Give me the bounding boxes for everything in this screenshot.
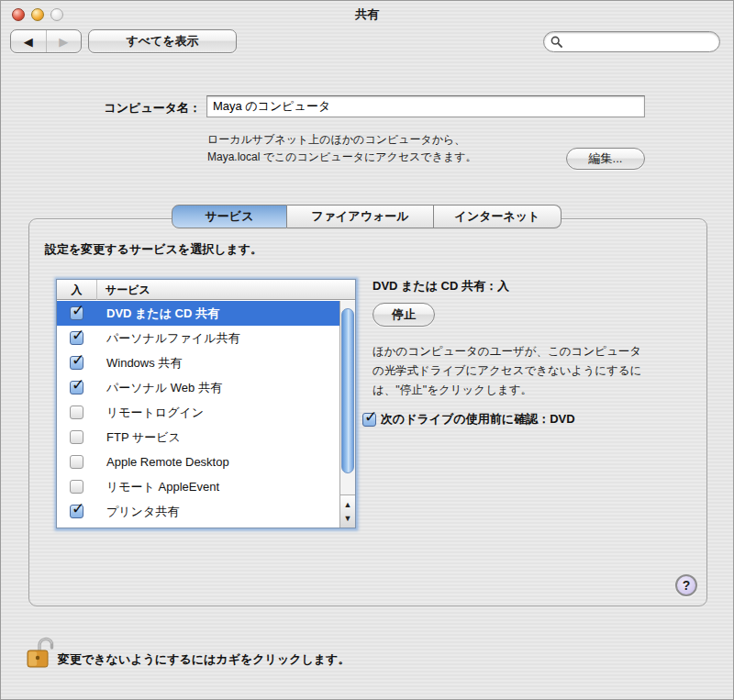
service-name-label: プリンタ共有 (106, 504, 179, 520)
service-row[interactable]: パーソナルファイル共有 (57, 326, 340, 350)
computer-name-description-line2: Maya.local でこのコンピュータにアクセスできます。 (207, 149, 476, 166)
service-name-label: FTP サービス (106, 429, 181, 446)
services-instruction: 設定を変更するサービスを選択します。 (45, 241, 262, 258)
service-row[interactable]: プリンタ共有 (57, 499, 340, 524)
service-row[interactable]: Apple Remote Desktop (57, 450, 340, 474)
service-row[interactable]: リモート AppleEvent (57, 474, 340, 499)
detail-description-line2: の光学式ドライブにアクセスできないようにするに (373, 361, 721, 381)
service-row[interactable]: FTP サービス (57, 425, 340, 450)
lock-instruction-text: 変更できないようにするにはカギをクリックします。 (58, 651, 350, 668)
service-checkbox[interactable] (70, 356, 83, 370)
detail-description: ほかのコンピュータのユーザが、このコンピュータ の光学式ドライブにアクセスできな… (373, 342, 721, 400)
confirm-checkbox-box[interactable] (362, 413, 376, 427)
service-name-label: DVD または CD 共有 (106, 306, 219, 322)
service-name-label: Apple Remote Desktop (106, 455, 229, 469)
service-checkbox[interactable] (70, 505, 83, 518)
service-row[interactable]: リモートログイン (57, 400, 340, 425)
scrollbar-arrows: ▲ ▼ (340, 494, 355, 528)
scrollbar[interactable]: ▲ ▼ (339, 301, 355, 528)
column-divider (96, 280, 97, 300)
service-row[interactable]: DVD または CD 共有 (57, 301, 340, 326)
scrollbar-thumb[interactable] (341, 308, 354, 473)
computer-name-description-line1: ローカルサブネット上のほかのコンピュータから、 (207, 131, 476, 149)
scroll-up-arrow-icon[interactable]: ▲ (340, 501, 355, 509)
search-icon (550, 36, 562, 48)
tab-internet[interactable]: インターネット (434, 205, 562, 228)
confirm-checkbox-label: 次のドライブの使用前に確認：DVD (381, 411, 575, 428)
service-row[interactable]: パーソナル Web 共有 (57, 375, 340, 400)
back-forward-control: ◀ ▶ (10, 29, 82, 53)
confirm-before-use-checkbox[interactable]: 次のドライブの使用前に確認：DVD (362, 411, 575, 428)
tab-services[interactable]: サービス (172, 205, 287, 228)
detail-description-line3: は、"停止"をクリックします。 (373, 381, 721, 400)
service-checkbox[interactable] (70, 331, 83, 345)
show-all-button[interactable]: すべてを表示 (88, 29, 237, 53)
unlocked-padlock-icon[interactable] (26, 636, 55, 671)
back-button[interactable]: ◀ (11, 30, 47, 52)
computer-name-input[interactable] (206, 95, 645, 117)
search-field[interactable] (543, 31, 720, 52)
scroll-down-arrow-icon[interactable]: ▼ (340, 515, 355, 523)
column-header-on: 入 (57, 283, 96, 298)
tab-firewall[interactable]: ファイアウォール (287, 205, 434, 228)
service-name-label: パーソナルファイル共有 (106, 330, 239, 347)
service-list: 入 サービス DVD または CD 共有 パーソナルファイル共有 Windows… (56, 279, 356, 528)
stop-button[interactable]: 停止 (373, 303, 435, 327)
computer-name-label: コンピュータ名： (38, 100, 201, 117)
service-name-label: Windows 共有 (106, 355, 182, 372)
search-input[interactable] (562, 32, 719, 51)
service-name-label: リモートログイン (106, 405, 204, 421)
service-name-label: パーソナル Web 共有 (106, 380, 222, 396)
service-checkbox[interactable] (70, 306, 83, 320)
service-checkbox[interactable] (70, 430, 83, 444)
service-checkbox[interactable] (70, 381, 83, 394)
column-header-service: サービス (106, 283, 150, 298)
help-button[interactable]: ? (675, 574, 697, 596)
window-title: 共有 (1, 6, 733, 23)
sharing-preferences-window: 共有 ◀ ▶ すべてを表示 コンピュータ名： ローカルサブネット上のほかのコンピ… (0, 0, 734, 700)
service-list-body: DVD または CD 共有 パーソナルファイル共有 Windows 共有 パーソ… (57, 301, 340, 524)
titlebar: 共有 (1, 1, 733, 27)
edit-button[interactable]: 編集... (566, 148, 645, 170)
detail-description-line1: ほかのコンピュータのユーザが、このコンピュータ (373, 342, 721, 361)
computer-name-description: ローカルサブネット上のほかのコンピュータから、 Maya.local でこのコン… (207, 131, 476, 166)
service-list-header: 入 サービス (57, 280, 355, 300)
service-row[interactable]: Windows 共有 (57, 350, 340, 375)
forward-button: ▶ (47, 30, 82, 52)
service-checkbox[interactable] (70, 406, 83, 419)
service-name-label: リモート AppleEvent (106, 479, 219, 495)
service-checkbox[interactable] (70, 455, 83, 469)
detail-heading: DVD または CD 共有：入 (373, 278, 509, 294)
service-checkbox[interactable] (70, 480, 83, 494)
tab-bar: サービス ファイアウォール インターネット (172, 205, 562, 228)
